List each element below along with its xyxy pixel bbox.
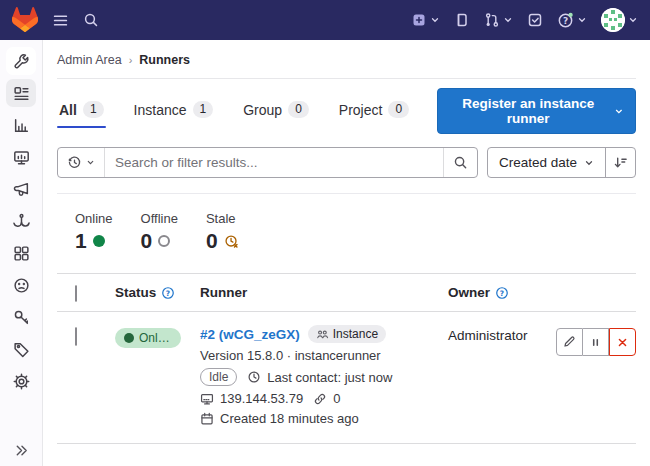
stat-offline-value: 0 (141, 229, 153, 253)
chevron-down-icon (86, 158, 95, 167)
search-icon[interactable] (83, 12, 99, 28)
tab-all-count: 1 (83, 101, 104, 118)
merge-requests-icon[interactable] (484, 12, 513, 28)
created-text: Created 18 minutes ago (220, 411, 359, 426)
row-checkbox[interactable] (75, 327, 77, 346)
tab-project-count: 0 (388, 101, 409, 118)
link-count-text: 0 (333, 391, 340, 406)
gitlab-logo[interactable] (12, 7, 38, 33)
user-avatar[interactable] (601, 8, 638, 32)
sort-direction-button[interactable] (605, 148, 635, 177)
status-badge: Online (115, 328, 181, 348)
svg-text:?: ? (500, 288, 504, 297)
abuse-reports-icon[interactable] (6, 271, 36, 299)
tab-instance[interactable]: Instance 1 (132, 94, 216, 128)
stat-offline: Offline 0 (141, 211, 178, 253)
menu-icon[interactable] (52, 12, 69, 29)
register-button-label: Register an instance runner (449, 96, 607, 126)
runner-actions (556, 328, 636, 356)
delete-runner-button[interactable] (609, 328, 636, 356)
clock-icon (247, 370, 261, 384)
top-navbar: ? (0, 0, 650, 40)
stat-stale-label: Stale (206, 211, 239, 226)
ip-address-text: 139.144.53.79 (220, 391, 303, 406)
breadcrumb-admin-area[interactable]: Admin Area (57, 53, 122, 67)
messages-icon[interactable] (6, 175, 36, 203)
stat-online-label: Online (75, 211, 113, 226)
select-all-checkbox[interactable] (75, 285, 77, 302)
svg-text:?: ? (563, 15, 568, 25)
stat-stale-value: 0 (206, 229, 218, 253)
filter-bar: Created date (57, 147, 636, 194)
pause-runner-button[interactable] (583, 328, 610, 356)
status-badge-label: Online (139, 331, 172, 345)
pause-icon (589, 336, 602, 349)
admin-sidebar (0, 40, 43, 466)
breadcrumb-separator: › (129, 54, 133, 66)
tab-instance-label: Instance (134, 102, 187, 118)
runners-table: Status ? Runner Owner ? Online #2 (wCG_z… (57, 273, 636, 444)
chevron-down-icon (584, 158, 594, 168)
runner-row: Online #2 (wCG_zeGX) Instance Version 15… (57, 312, 636, 444)
stat-online: Online 1 (75, 211, 113, 253)
breadcrumb: Admin Area › Runners (57, 40, 636, 79)
owner-cell[interactable]: Administrator (448, 325, 556, 343)
link-icon (313, 392, 327, 406)
sort-descending-icon (613, 155, 628, 170)
tab-all[interactable]: All 1 (57, 94, 106, 128)
analytics-icon[interactable] (6, 111, 36, 139)
stale-clock-icon (224, 234, 239, 249)
tab-group[interactable]: Group 0 (241, 94, 311, 128)
todos-icon[interactable] (527, 12, 543, 28)
credentials-icon[interactable] (6, 303, 36, 331)
runner-type-tabs: All 1 Instance 1 Group 0 Project 0 Regis… (57, 79, 636, 134)
sort-by-dropdown[interactable]: Created date (488, 148, 605, 177)
register-instance-runner-button[interactable]: Register an instance runner (437, 88, 636, 134)
search-history-dropdown[interactable] (58, 148, 105, 177)
main-content: Admin Area › Runners All 1 Instance 1 Gr… (43, 40, 650, 466)
runner-stats: Online 1 Offline 0 Stale 0 (57, 194, 636, 273)
tab-instance-count: 1 (193, 101, 214, 118)
online-dot-icon (124, 333, 134, 343)
applications-icon[interactable] (6, 239, 36, 267)
wrench-icon[interactable] (6, 47, 36, 75)
tab-group-label: Group (243, 102, 282, 118)
search-submit-icon[interactable] (443, 148, 477, 177)
version-text: Version 15.8.0 · instancerunner (200, 348, 381, 363)
calendar-icon (200, 412, 214, 426)
svg-text:?: ? (166, 288, 170, 297)
overview-icon[interactable] (6, 79, 36, 107)
idle-badge: Idle (200, 368, 237, 386)
sort-control: Created date (487, 147, 636, 178)
last-contact-text: Last contact: just now (267, 370, 392, 385)
hooks-icon[interactable] (6, 207, 36, 235)
table-header-row: Status ? Runner Owner ? (57, 274, 636, 312)
owner-column-header: Owner (448, 285, 490, 300)
offline-status-icon (158, 235, 170, 247)
collapse-sidebar-icon[interactable] (0, 443, 43, 458)
help-icon[interactable]: ? (557, 12, 587, 29)
tab-all-label: All (59, 102, 77, 118)
runner-link[interactable]: #2 (wCG_zeGX) (200, 327, 300, 342)
stat-offline-label: Offline (141, 211, 178, 226)
new-menu-icon[interactable] (411, 12, 440, 28)
labels-icon[interactable] (6, 335, 36, 363)
instance-type-badge: Instance (308, 325, 386, 343)
monitoring-icon[interactable] (6, 143, 36, 171)
users-icon (316, 328, 329, 341)
tab-project-label: Project (339, 102, 383, 118)
status-column-header: Status (115, 285, 156, 300)
edit-runner-button[interactable] (556, 328, 583, 356)
owner-help-icon[interactable]: ? (495, 286, 509, 300)
history-icon (67, 155, 82, 170)
instance-type-label: Instance (333, 327, 378, 341)
runner-column-header: Runner (200, 285, 448, 300)
status-help-icon[interactable]: ? (161, 286, 175, 300)
tab-project[interactable]: Project 0 (337, 94, 411, 128)
stat-stale: Stale 0 (206, 211, 239, 253)
issues-icon[interactable] (454, 12, 470, 28)
search-input[interactable] (105, 148, 443, 177)
settings-icon[interactable] (6, 367, 36, 395)
tab-group-count: 0 (288, 101, 309, 118)
filtered-search (57, 147, 478, 178)
